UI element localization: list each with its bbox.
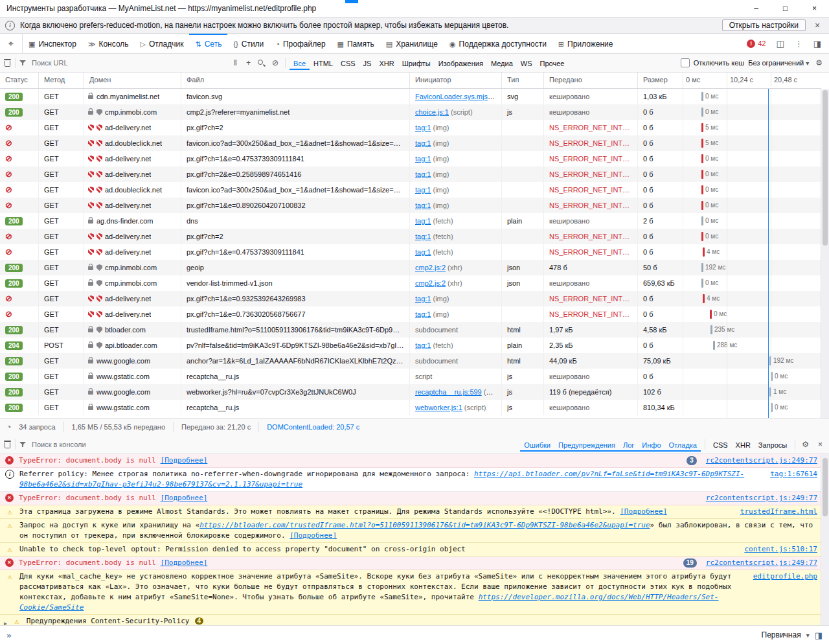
filter-html[interactable]: HTML: [310, 56, 337, 70]
tab-inspector[interactable]: ▣Инспектор: [23, 34, 82, 53]
console-link[interactable]: https://btloader.com/trustedIframe.html?…: [199, 521, 650, 529]
console-filter-css[interactable]: CSS: [709, 438, 732, 452]
error-count[interactable]: 42: [758, 40, 766, 47]
tab-network[interactable]: ⇅Сеть: [189, 34, 227, 53]
filter-изображения[interactable]: Изображения: [435, 56, 487, 70]
console-scrollbar[interactable]: [821, 454, 829, 625]
sidebar-toggle-icon[interactable]: ◨: [815, 630, 823, 640]
menu-dots-icon[interactable]: ⋮: [791, 39, 807, 49]
filter-медиа[interactable]: Медиа: [487, 56, 517, 70]
filter-прочее[interactable]: Прочее: [536, 56, 569, 70]
tab-application[interactable]: ⊞Приложение: [552, 34, 619, 53]
network-request-row[interactable]: 200GETwww.gstatic.comrecaptcha__ru.jsweb…: [0, 400, 821, 415]
network-request-row[interactable]: 200GETcmp.inmobi.comgeoipcmp2.js:2(xhr)j…: [0, 260, 821, 275]
console-link[interactable]: [Подробнее]: [161, 494, 208, 502]
column-header[interactable]: Домен: [84, 73, 181, 88]
tab-accessibility[interactable]: ◉Поддержка доступности: [444, 34, 552, 53]
pause-traffic-icon[interactable]: ‖: [231, 58, 240, 67]
network-request-row[interactable]: 200GETwww.gstatic.comrecaptcha__ru.jsscr…: [0, 369, 821, 384]
network-settings-gear-icon[interactable]: ⚙: [813, 58, 825, 67]
node-picker-icon[interactable]: ⌖: [0, 34, 23, 53]
network-request-row[interactable]: 200GETcmp.inmobi.comcmp2.js?referer=myan…: [0, 104, 821, 120]
console-link[interactable]: [Подробнее]: [290, 531, 337, 540]
network-request-row[interactable]: ⊘GETad-delivery.netpx.gif?ch=2&e=0.25859…: [0, 167, 821, 182]
console-search-input[interactable]: [30, 440, 516, 449]
column-header[interactable]: Передано: [544, 73, 638, 88]
initiator-link[interactable]: tag:1: [415, 295, 431, 303]
network-request-row[interactable]: ⊘GETad.doubleclick.netfavicon.ico?ad=300…: [0, 135, 821, 151]
network-request-row[interactable]: 200GETwww.google.comwebworker.js?hl=ru&v…: [0, 384, 821, 400]
initiator-link[interactable]: tag:1: [415, 341, 431, 349]
network-request-row[interactable]: ⊘GETad-delivery.netpx.gif?ch=2tag:1(img)…: [0, 120, 821, 135]
disable-cache-checkbox[interactable]: [681, 58, 690, 67]
source-link[interactable]: trustedIframe.html: [740, 507, 817, 517]
tab-console[interactable]: ≫Консоль: [82, 34, 135, 53]
source-link[interactable]: editprofile.php: [753, 571, 817, 582]
initiator-link[interactable]: cmp2.js:2: [415, 264, 446, 271]
console-prompt[interactable]: »: [6, 630, 12, 640]
clear-console-icon[interactable]: [4, 441, 11, 448]
network-request-row[interactable]: ⊘GETad-delivery.netpx.gif?ch=1&e=0.47537…: [0, 244, 821, 260]
console-filter-отладка[interactable]: Отладка: [665, 438, 701, 452]
maximize-button[interactable]: □: [771, 0, 800, 17]
console-settings-gear-icon[interactable]: ⚙: [799, 440, 812, 449]
add-request-icon[interactable]: +: [244, 58, 253, 67]
network-request-row[interactable]: ⊘GETad-delivery.netpx.gif?ch=1&e=0.73630…: [0, 306, 821, 322]
initiator-link[interactable]: tag:1: [415, 310, 431, 318]
console-filter-ошибки[interactable]: Ошибки: [520, 438, 554, 452]
column-header[interactable]: Тип: [502, 73, 544, 88]
filter-все[interactable]: Все: [290, 56, 310, 70]
column-header[interactable]: Файл: [181, 73, 410, 88]
console-filter-инфо[interactable]: Инфо: [638, 438, 664, 452]
network-request-row[interactable]: 200GETcmp.inmobi.comvendor-list-trimmed-…: [0, 275, 821, 291]
network-request-row[interactable]: 200GETbtloader.comtrustedIframe.html?o=5…: [0, 322, 821, 338]
tab-profiler[interactable]: ◔Профайлер: [269, 34, 331, 53]
initiator-link[interactable]: tag:1: [415, 248, 431, 256]
initiator-link[interactable]: webworker.js:1: [415, 404, 462, 411]
network-request-row[interactable]: ⊘GETad-delivery.netpx.gif?ch=1&e=0.89026…: [0, 198, 821, 213]
scrollbar-thumb[interactable]: [823, 90, 828, 246]
network-search-input[interactable]: [30, 58, 227, 67]
console-filter-лог[interactable]: Лог: [619, 438, 638, 452]
console-filter-предупреждения[interactable]: Предупреждения: [554, 438, 619, 452]
initiator-link[interactable]: tag:1: [415, 201, 431, 209]
network-request-row[interactable]: ⊘GETad-delivery.netpx.gif?ch=1&e=0.93253…: [0, 291, 821, 306]
console-link[interactable]: [Подробнее]: [161, 558, 208, 567]
network-request-row[interactable]: 200GETwww.google.comanchor?ar=1&k=6Ld_1a…: [0, 353, 821, 369]
initiator-link[interactable]: tag:1: [415, 139, 431, 147]
source-link[interactable]: rc2contentscript.js:249:77: [706, 493, 817, 503]
network-request-row[interactable]: 200GETcdn.myanimelist.netfavicon.svgFavi…: [0, 89, 821, 104]
tab-storage[interactable]: ▤Хранилище: [380, 34, 444, 53]
filter-шрифты[interactable]: Шрифты: [398, 56, 435, 70]
network-request-row[interactable]: 204POSTapi.btloader.compv?nlf=false&tid=…: [0, 338, 821, 353]
open-settings-button[interactable]: Открыть настройки: [722, 19, 806, 31]
initiator-link[interactable]: choice.js:1: [415, 108, 449, 116]
minimize-button[interactable]: –: [742, 0, 771, 17]
throttling-dropdown[interactable]: Без ограничений ▾: [748, 59, 809, 67]
network-request-row[interactable]: ⊘GETad-delivery.netpx.gif?ch=1&e=0.47537…: [0, 151, 821, 167]
column-header[interactable]: Размер: [638, 73, 683, 88]
network-request-row[interactable]: ⊘GETad.doubleclick.netfavicon.ico?ad=300…: [0, 182, 821, 198]
filter-xhr[interactable]: XHR: [375, 56, 398, 70]
console-link[interactable]: [Подробнее]: [620, 507, 667, 516]
network-scrollbar[interactable]: [821, 89, 829, 418]
initiator-link[interactable]: cmp2.js:2: [415, 279, 446, 287]
initiator-link[interactable]: FaviconLoader.sys.mjs:17…: [415, 93, 502, 100]
notification-close-icon[interactable]: ×: [811, 20, 824, 30]
source-link[interactable]: rc2contentscript.js:249:77: [706, 558, 817, 568]
filter-js[interactable]: JS: [359, 56, 376, 70]
initiator-link[interactable]: recaptcha__ru.js:599: [415, 388, 482, 396]
source-link[interactable]: rc2contentscript.js:249:77: [706, 455, 817, 466]
dock-side-icon[interactable]: ◨: [810, 39, 825, 49]
filter-ws[interactable]: WS: [517, 56, 536, 70]
tab-debugger[interactable]: ▷Отладчик: [135, 34, 190, 53]
source-link[interactable]: content.js:510:17: [744, 544, 817, 555]
tab-memory[interactable]: ▦Память: [332, 34, 380, 53]
search-icon[interactable]: [257, 59, 266, 67]
close-button[interactable]: ×: [800, 0, 829, 17]
responsive-design-icon[interactable]: ◫: [772, 39, 788, 49]
network-request-row[interactable]: ⊘GETad-delivery.netpx.gif?ch=2tag:1(fetc…: [0, 229, 821, 244]
tab-styles[interactable]: {}Стили: [227, 34, 269, 53]
filter-css[interactable]: CSS: [337, 56, 359, 70]
console-filter-запросы[interactable]: Запросы: [755, 438, 791, 452]
